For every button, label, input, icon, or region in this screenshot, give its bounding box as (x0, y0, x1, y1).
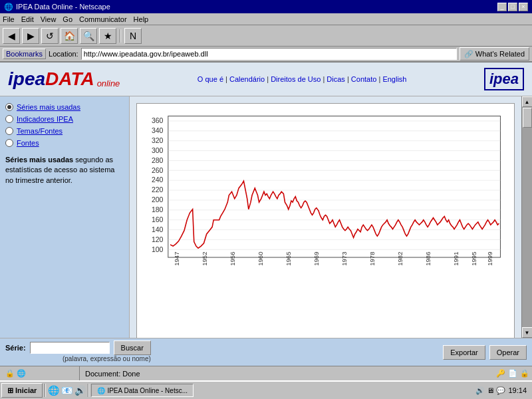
logo-area: ipea DATA online (8, 68, 120, 90)
quick-launch-icon-2[interactable]: 📧 (61, 385, 72, 396)
scroll-thumb[interactable] (523, 108, 532, 128)
back-button[interactable]: ◀ (3, 28, 20, 44)
sidebar-item-indicadores[interactable]: Indicadores IPEA (5, 115, 124, 123)
radio-series-mais-usadas[interactable] (5, 103, 13, 111)
netscape-button[interactable]: N (124, 28, 142, 44)
forward-button[interactable]: ▶ (22, 28, 39, 44)
radio-indicadores[interactable] (5, 115, 13, 123)
taskbar-system-icons: 🔊 🖥 💬 (475, 386, 505, 395)
svg-text:1947: 1947 (173, 252, 180, 266)
svg-text:1991: 1991 (452, 252, 460, 266)
svg-text:360: 360 (152, 116, 164, 124)
sidebar-desc-bold: Séries mais usadas (5, 156, 73, 164)
nav-english[interactable]: English (382, 75, 406, 83)
svg-text:120: 120 (152, 235, 164, 243)
svg-rect-14 (168, 116, 501, 258)
taskbar-time: 19:14 (508, 386, 527, 394)
buscar-button[interactable]: Buscar (114, 340, 151, 355)
home-button[interactable]: 🏠 (61, 28, 78, 44)
radio-fontes[interactable] (5, 139, 13, 147)
svg-text:1956: 1956 (229, 252, 236, 266)
serie-label: Série: (5, 344, 26, 352)
active-window-label: IPEA Data Online - Netsc... (107, 387, 188, 394)
sidebar-label-series-mais-usadas: Séries mais usadas (17, 103, 80, 111)
main-layout: Séries mais usadas Indicadores IPEA Tema… (0, 96, 532, 338)
scroll-down-button[interactable]: ▼ (522, 327, 533, 338)
reload-button[interactable]: ↺ (41, 28, 59, 44)
svg-text:240: 240 (152, 176, 164, 184)
svg-text:1952: 1952 (201, 252, 208, 266)
serie-input[interactable] (30, 342, 110, 354)
svg-text:160: 160 (152, 215, 164, 223)
taskbar: ⊞ Iniciar 🌐 📧 🔊 🌐 IPEA Data Online - Net… (0, 380, 532, 399)
scroll-up-button[interactable]: ▲ (522, 96, 533, 107)
active-window-button[interactable]: 🌐 IPEA Data Online - Netsc... (91, 384, 194, 397)
nav-contato[interactable]: Contato (351, 75, 377, 83)
menu-file[interactable]: File (3, 15, 15, 23)
svg-text:1999: 1999 (486, 252, 493, 266)
nav-direitos[interactable]: Direitos de Uso (271, 75, 321, 83)
sidebar-label-fontes: Fontes (17, 139, 39, 147)
svg-text:100: 100 (152, 245, 164, 253)
quick-launch-icon-1[interactable]: 🌐 (48, 385, 59, 396)
menu-help[interactable]: Help (134, 15, 149, 23)
close-button[interactable]: × (519, 3, 528, 11)
sidebar-item-fontes[interactable]: Fontes (5, 139, 124, 147)
chart-area: 360 340 320 300 280 260 240 220 200 180 … (130, 96, 521, 338)
location-input[interactable] (81, 48, 457, 60)
svg-text:1982: 1982 (396, 252, 404, 266)
sidebar-description: Séries mais usadas segundo as estatístic… (5, 155, 124, 186)
status-bar: 🔒 🌐 Document: Done 🔑 📄 🔒 (0, 366, 532, 380)
radio-temas[interactable] (5, 127, 13, 135)
bookmarks-button[interactable]: ★ (99, 28, 116, 44)
sidebar-item-temas[interactable]: Temas/Fontes (5, 127, 124, 135)
svg-text:1960: 1960 (257, 252, 264, 266)
whats-related-button[interactable]: 🔗 What's Related (460, 47, 529, 61)
chart-svg: 360 340 320 300 280 260 240 220 200 180 … (144, 110, 507, 309)
whats-related-icon: 🔗 (464, 50, 473, 59)
svg-text:180: 180 (152, 205, 164, 213)
nav-oque-e[interactable]: O que é (198, 75, 223, 83)
nav-links: O que é | Calendário | Direitos de Uso |… (198, 75, 407, 83)
svg-text:1978: 1978 (368, 252, 376, 266)
sidebar-label-temas: Temas/Fontes (17, 127, 63, 135)
operar-button[interactable]: Operar (489, 345, 527, 360)
svg-text:1973: 1973 (340, 252, 348, 266)
nav-dicas[interactable]: Dicas (327, 75, 345, 83)
active-window-icon: 🌐 (97, 387, 105, 394)
svg-text:260: 260 (152, 166, 164, 174)
start-label: Iniciar (15, 386, 37, 394)
scroll-track[interactable] (522, 107, 532, 327)
logo-ipea: ipea (8, 68, 45, 90)
sidebar: Séries mais usadas Indicadores IPEA Tema… (0, 96, 130, 338)
bottom-right-buttons: Exportar Operar (443, 345, 527, 360)
title-bar-icon: 🌐 (4, 3, 13, 11)
svg-text:300: 300 (152, 146, 164, 154)
minimize-button[interactable]: _ (497, 3, 507, 11)
menu-go[interactable]: Go (63, 15, 72, 23)
toolbar: ◀ ▶ ↺ 🏠 🔍 ★ N (0, 25, 532, 47)
status-right-icons: 🔑 📄 🔒 (493, 369, 532, 378)
bookmarks-label[interactable]: Bookmarks (3, 49, 46, 59)
logo-online: online (97, 78, 120, 88)
title-bar-text: IPEA Data Online - Netscape (16, 3, 110, 11)
quick-launch-icon-3[interactable]: 🔊 (74, 385, 86, 396)
svg-text:200: 200 (152, 196, 164, 203)
exportar-button[interactable]: Exportar (443, 345, 485, 360)
windows-icon: ⊞ (7, 386, 13, 395)
menu-view[interactable]: View (41, 15, 57, 23)
title-bar: 🌐 IPEA Data Online - Netscape _ □ × (0, 0, 532, 13)
maximize-button[interactable]: □ (508, 3, 517, 11)
search-button[interactable]: 🔍 (80, 28, 97, 44)
sidebar-label-indicadores: Indicadores IPEA (17, 115, 73, 123)
nav-calendario[interactable]: Calendário (229, 75, 265, 83)
site-header: ipea DATA online O que é | Calendário | … (0, 63, 532, 96)
start-button[interactable]: ⊞ Iniciar (1, 383, 43, 398)
ipea-right-logo: ipea (484, 68, 524, 90)
scrollbar-right: ▲ ▼ (521, 96, 532, 338)
menu-communicator[interactable]: Communicator (79, 15, 127, 23)
sidebar-item-series-mais-usadas[interactable]: Séries mais usadas (5, 103, 124, 111)
chart-container: 360 340 320 300 280 260 240 220 200 180 … (136, 103, 515, 338)
location-bar: Bookmarks Location: 🔗 What's Related (0, 47, 532, 63)
menu-edit[interactable]: Edit (21, 15, 34, 23)
